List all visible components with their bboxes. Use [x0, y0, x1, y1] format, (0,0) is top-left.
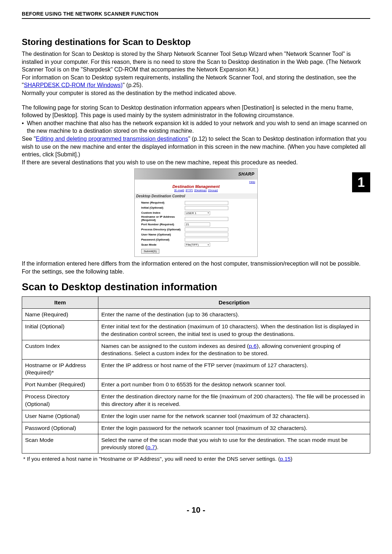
table-row: Hostname or IP Address (Required)* Enter… [22, 359, 370, 378]
chapter-tab: 1 [352, 172, 370, 192]
bullet-item: • When another machine that also has the… [22, 119, 370, 135]
shot-title: Destination Management [135, 184, 257, 189]
cell-desc: Enter the destination directory name for… [98, 391, 370, 410]
shot-subtitle: Desktop Destination Control [135, 193, 257, 199]
footnote: * If you entered a host name in "Hostnam… [22, 456, 370, 462]
label-hostname: Hostname or IP Address (Required) [141, 216, 185, 222]
text: " (p.25). [123, 82, 143, 88]
text: ). [155, 444, 158, 450]
cell-item: Initial (Optional) [22, 321, 98, 340]
cell-desc: Names can be assigned to the custom inde… [98, 340, 370, 359]
label-process-dir: Process Directory (Optional) [141, 228, 185, 231]
input-process-dir[interactable] [185, 227, 228, 231]
cell-item: Hostname or IP Address (Required)* [22, 359, 98, 378]
brand-logo: SHARP [238, 172, 254, 177]
settings-table: Item Description Name (Required) Enter t… [22, 296, 370, 454]
text: Names can be assigned to the custom inde… [101, 343, 249, 349]
input-password[interactable] [185, 238, 228, 242]
bullet-dot: • [22, 119, 27, 135]
shot-banner: SHARP [135, 169, 257, 180]
link-p6[interactable]: p.6 [249, 343, 257, 349]
label-scan-mode: Scan Mode [141, 243, 185, 247]
table-row: Password (Optional) Enter the login pass… [22, 422, 370, 434]
label-name: Name (Required) [141, 201, 185, 205]
table-row: Initial (Optional) Enter initial text fo… [22, 321, 370, 340]
paragraph: For information on Scan to Desktop syste… [22, 74, 370, 89]
input-hostname[interactable] [185, 217, 228, 221]
cell-desc: Enter the login user name for the networ… [98, 410, 370, 422]
table-row: User Name (Optional) Enter the login use… [22, 410, 370, 422]
label-initial: Initial (Optional) [141, 206, 185, 210]
cell-item: Port Number (Required) [22, 379, 98, 391]
shot-link-group[interactable]: [Group] [208, 189, 218, 192]
table-row: Custom Index Names can be assigned to th… [22, 340, 370, 359]
text: * If you entered a host name in "Hostnam… [23, 456, 280, 462]
cell-item: Scan Mode [22, 434, 98, 453]
cell-item: Custom Index [22, 340, 98, 359]
table-row: Name (Required) Enter the name of the de… [22, 309, 370, 321]
paragraph: For the settings, see the following tabl… [22, 268, 370, 276]
link-editing-deleting-destinations[interactable]: Editing and deleting programmed transmis… [36, 136, 188, 142]
page-number: - 10 - [22, 505, 370, 515]
input-username[interactable] [185, 233, 228, 237]
paragraph: The following page for storing Scan to D… [22, 104, 370, 119]
bullet-text: When another machine that also has the n… [27, 119, 370, 135]
cell-desc: Enter the login password for the network… [98, 422, 370, 434]
table-row: Port Number (Required) Enter a port numb… [22, 379, 370, 391]
shot-help-row: Help [135, 180, 257, 184]
label-custom-index: Custom Index [141, 212, 185, 215]
text: See " [22, 136, 36, 142]
shot-link-desktop[interactable]: [Desktop] [194, 189, 207, 192]
cell-desc: Enter the IP address or host name of the… [98, 359, 370, 378]
table-row: Process Directory (Optional) Enter the d… [22, 391, 370, 410]
label-username: User Name (Optional) [141, 233, 185, 237]
link-p15[interactable]: p.15 [280, 456, 290, 462]
paragraph: Normally your computer is stored as the … [22, 89, 370, 97]
submit-button[interactable]: Submit(S) [141, 249, 159, 254]
select-scan-mode[interactable]: File(TIFF) [185, 243, 210, 247]
shot-form: Name (Required) Initial (Optional) Custo… [135, 199, 257, 257]
paragraph: If there are several destinations that y… [22, 159, 370, 167]
help-link[interactable]: Help [249, 180, 255, 184]
cell-item: User Name (Optional) [22, 410, 98, 422]
input-name[interactable] [185, 201, 228, 205]
label-port: Port Number (Required) [141, 223, 185, 226]
section-2-title: Scan to Desktop destination information [22, 281, 370, 293]
table-row: Scan Mode Select the name of the scan mo… [22, 434, 370, 453]
cell-desc: Enter a port number from 0 to 65535 for … [98, 379, 370, 391]
shot-link-ftp[interactable]: [FTP] [185, 189, 193, 192]
input-initial[interactable] [185, 206, 228, 210]
cell-desc: Enter the name of the destination (up to… [98, 309, 370, 321]
cell-desc: Select the name of the scan mode that yo… [98, 434, 370, 453]
cell-item: Process Directory (Optional) [22, 391, 98, 410]
cell-desc: Enter initial text for the destination (… [98, 321, 370, 340]
text: Select the name of the scan mode that yo… [101, 437, 348, 450]
th-item: Item [22, 297, 98, 309]
cell-item: Password (Optional) [22, 422, 98, 434]
link-sharpdesk-cdrom[interactable]: SHARPDESK CD-ROM (for Windows) [24, 82, 123, 88]
shot-link-email[interactable]: [E-mail] [174, 189, 184, 192]
paragraph: The destination for Scan to Desktop is s… [22, 50, 370, 74]
section-1-title: Storing destinations for Scan to Desktop [22, 37, 370, 47]
paragraph: If the information entered here differs … [22, 260, 370, 268]
link-p7[interactable]: p.7 [147, 444, 155, 450]
text: ) [291, 456, 293, 462]
shot-tab-links: [E-mail] [FTP] [Desktop] [Group] [135, 189, 257, 193]
select-custom-index[interactable]: USER 1 [185, 211, 210, 215]
page-header: BEFORE USING THE NETWORK SCANNER FUNCTIO… [22, 11, 370, 19]
label-password: Password (Optional) [141, 238, 185, 242]
embedded-screenshot: SHARP Help Destination Management [E-mai… [134, 168, 258, 257]
input-port[interactable]: 21 [185, 222, 210, 226]
paragraph: See "Editing and deleting programmed tra… [22, 135, 370, 159]
cell-item: Name (Required) [22, 309, 98, 321]
th-description: Description [98, 297, 370, 309]
